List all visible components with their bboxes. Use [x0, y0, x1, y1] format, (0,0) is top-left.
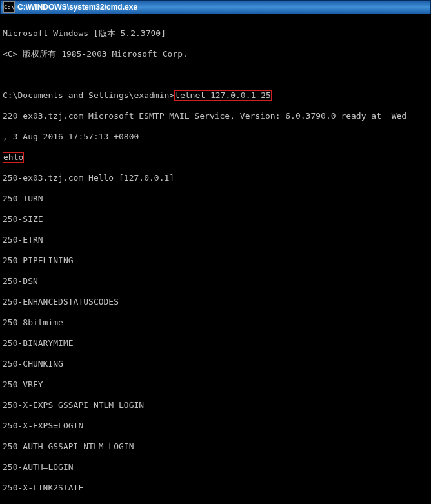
text-line: 250-VRFY — [3, 379, 428, 390]
blank-line — [3, 70, 428, 80]
text-line: 250-ETRN — [3, 235, 428, 245]
text-line: <C> 版权所有 1985-2003 Microsoft Corp. — [3, 49, 428, 59]
text-line: Microsoft Windows [版本 5.2.3790] — [3, 28, 428, 39]
text-line: 250-X-EXPS=LOGIN — [3, 421, 428, 431]
text-line: 250-ENHANCEDSTATUSCODES — [3, 297, 428, 307]
ehlo-command: ehlo — [3, 152, 24, 163]
ehlo-line: ehlo — [3, 152, 428, 163]
text-line: 220 ex03.tzj.com Microsoft ESMTP MAIL Se… — [3, 111, 428, 121]
cmd-icon: C:\ — [3, 1, 15, 13]
text-line: 250-DSN — [3, 276, 428, 287]
text-line: 250-SIZE — [3, 214, 428, 225]
text-line: 250-TURN — [3, 194, 428, 204]
text-line: 250-ex03.tzj.com Hello [127.0.0.1] — [3, 173, 428, 183]
text-line: 250-X-EXPS GSSAPI NTLM LOGIN — [3, 400, 428, 410]
titlebar[interactable]: C:\ C:\WINDOWS\system32\cmd.exe — [0, 0, 431, 14]
text-line: 250-X-LINK2STATE — [3, 483, 428, 493]
cmd-window: C:\ C:\WINDOWS\system32\cmd.exe Microsof… — [0, 0, 431, 504]
terminal-output[interactable]: Microsoft Windows [版本 5.2.3790] <C> 版权所有… — [0, 14, 431, 504]
prompt-line: C:\Documents and Settings\exadmin>telnet… — [3, 90, 428, 101]
text-line: 250-AUTH GSSAPI NTLM LOGIN — [3, 441, 428, 452]
window-title: C:\WINDOWS\system32\cmd.exe — [17, 3, 137, 12]
text-line: 250-PIPELINING — [3, 256, 428, 266]
text-line: , 3 Aug 2016 17:57:13 +0800 — [3, 132, 428, 142]
text-line: 250-BINARYMIME — [3, 338, 428, 348]
text-line: 250-CHUNKING — [3, 359, 428, 369]
telnet-command: telnet 127.0.0.1 25 — [174, 90, 272, 101]
text-line: 250-8bitmime — [3, 318, 428, 328]
text-line: 250-AUTH=LOGIN — [3, 462, 428, 472]
